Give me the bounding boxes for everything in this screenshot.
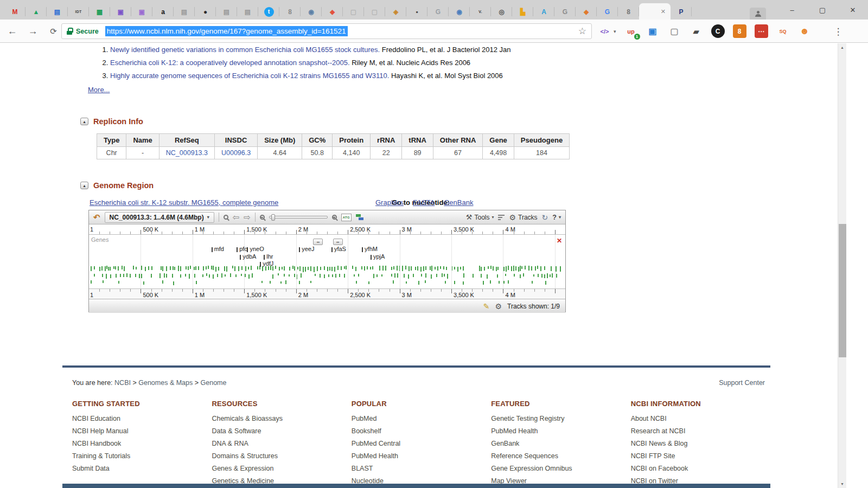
extension-gray-page-icon[interactable]: ▢ (668, 24, 681, 38)
reference-link[interactable]: Newly identified genetic variations in c… (110, 46, 380, 54)
vertical-scrollbar[interactable]: ▲ ▼ (838, 43, 846, 488)
gene-feature-yneO[interactable]: yneO (247, 246, 264, 252)
gene-feature-yfhM[interactable]: yfhM (362, 246, 378, 252)
extension-orange-eight-icon[interactable]: 8 (733, 24, 746, 38)
footer-link[interactable]: About NCBI (631, 415, 770, 422)
tab-a-blue[interactable]: A (533, 4, 554, 20)
reference-link[interactable]: Highly accurate genome sequences of Esch… (110, 72, 389, 80)
tab-sheets[interactable]: ▦ (89, 4, 110, 20)
minimize-button[interactable]: – (777, 0, 807, 20)
profile-button[interactable] (750, 8, 766, 20)
footer-link[interactable]: PubMed Health (352, 452, 491, 460)
gene-feature-yeeJ[interactable]: yeeJ (299, 246, 314, 252)
footer-link[interactable]: NCBI News & Blog (631, 440, 770, 447)
refresh-icon[interactable]: ↻ (542, 214, 548, 221)
tab-docs-blue[interactable]: ▤ (47, 4, 68, 20)
tab-gray-curl[interactable]: 8 (618, 4, 639, 20)
search-icon[interactable] (224, 215, 228, 220)
tab-close-icon[interactable]: ✕ (661, 8, 666, 15)
bookmark-star-icon[interactable]: ☆ (578, 25, 586, 37)
footer-link[interactable]: Reference Sequences (491, 452, 630, 460)
footer-link[interactable]: Research at NCBI (631, 427, 770, 435)
goto-link-graphics[interactable]: Graphics (375, 198, 404, 207)
footer-link[interactable]: Submit Data (72, 465, 212, 472)
pan-left-arrow-icon[interactable]: ⇦ (233, 213, 240, 221)
tab-doc-gray-3[interactable]: ▤ (237, 4, 258, 20)
goto-link-fasta[interactable]: FASTA (413, 198, 435, 207)
tab-p-site[interactable]: P (671, 4, 692, 20)
tab-gold-gem[interactable]: ◈ (385, 4, 406, 20)
gene-feature-lhr[interactable]: lhr (264, 253, 273, 260)
pan-right-arrow-icon[interactable]: ⇨ (244, 213, 251, 221)
tab-chart-gold[interactable]: ▙ (512, 4, 533, 20)
footer-link[interactable]: GenBank (491, 440, 630, 447)
tab-g-gray-2[interactable]: G (554, 4, 576, 20)
footer-link[interactable]: Genetic Testing Registry (491, 415, 630, 422)
tab-gmail[interactable]: M (4, 4, 25, 20)
tab-active[interactable]: ✕ (639, 3, 671, 20)
footer-link[interactable]: NCBI Help Manual (72, 427, 212, 435)
back-button[interactable]: ← (5, 24, 20, 38)
collapse-replicon-button[interactable]: ▴ (80, 118, 88, 125)
tab-red-gem[interactable]: ◆ (322, 4, 343, 20)
gene-feature-pfo[interactable]: pfo (237, 246, 247, 252)
tab-compass-blue[interactable]: ◉ (449, 4, 470, 20)
extension-seoquake-icon[interactable]: SQ (776, 24, 790, 38)
address-bar[interactable]: Secure https://www.ncbi.nlm.nih.gov/geno… (61, 23, 592, 39)
extension-red-dots-icon[interactable]: ⋯ (755, 24, 768, 38)
reference-link[interactable]: Escherichia coli K-12: a cooperatively d… (110, 59, 350, 67)
footer-link[interactable]: NCBI FTP Site (631, 452, 770, 460)
sequence-letters-icon[interactable]: ATG (341, 214, 352, 221)
tab-doc-light-2[interactable]: ▢ (364, 4, 385, 20)
footer-link[interactable]: PubMed Central (352, 440, 491, 447)
tools-menu-button[interactable]: ⚒ Tools ▾ (466, 214, 494, 221)
tab-drive[interactable]: ▲ (25, 4, 47, 20)
tab-doc-gray[interactable]: ▤ (174, 4, 195, 20)
zoom-in-icon[interactable] (332, 215, 337, 220)
extension-orange-monster-icon[interactable]: ☻ (798, 24, 812, 38)
extension-pdf-dark-icon[interactable]: ▰ (690, 24, 703, 38)
gene-feature-mfd[interactable]: mfd (212, 246, 224, 252)
footer-link[interactable]: Data & Software (212, 427, 351, 435)
zoom-slider-thumb[interactable] (271, 214, 275, 221)
scrollbar-down-arrow[interactable]: ▼ (838, 480, 846, 488)
tab-v-site[interactable]: V. (470, 4, 491, 20)
tab-twitter[interactable]: t (258, 4, 279, 20)
extension-blue-grid-icon[interactable]: ▣ (646, 24, 660, 38)
tab-doc-light[interactable]: ▢ (343, 4, 364, 20)
footer-link[interactable]: NCBI Handbook (72, 440, 212, 447)
range-selector-button[interactable]: NC_000913.3: 1..4.6M (4.6Mbp) ▾ (105, 212, 214, 223)
footer-link[interactable]: NCBI on Facebook (631, 465, 770, 472)
table-link[interactable]: NC_000913.3 (166, 149, 208, 157)
collapse-genome-region-button[interactable]: ▴ (80, 182, 88, 189)
tab-target[interactable]: ◎ (491, 4, 512, 20)
tracks-button[interactable]: ⚙ Tracks (509, 214, 537, 221)
support-center-link[interactable]: Support Center (719, 379, 770, 387)
undo-icon[interactable]: ↶ (93, 213, 100, 221)
marker-pen-icon[interactable]: ✎ (483, 302, 490, 311)
sequence-link[interactable]: Escherichia coli str. K-12 substr. MG165… (90, 198, 278, 207)
filter-icon[interactable] (498, 215, 505, 220)
breadcrumb-link-3[interactable]: Genome (201, 379, 227, 387)
tab-dark-square[interactable]: ▪ (406, 4, 427, 20)
footer-link[interactable]: NCBI Education (72, 415, 212, 422)
extension-up-red-icon[interactable]: up1 (624, 24, 638, 38)
more-link[interactable]: More... (88, 86, 110, 94)
footer-link[interactable]: Genes & Expression (212, 465, 351, 472)
url-text[interactable]: https://www.ncbi.nlm.nih.gov/genome/167?… (105, 26, 348, 36)
extension-caret-icon[interactable]: ▾ (614, 29, 616, 34)
goto-link-genbank[interactable]: GenBank (444, 198, 473, 207)
gene-feature-yfaS[interactable]: yfaS (331, 246, 346, 252)
close-button[interactable]: ✕ (838, 0, 868, 20)
breadcrumb-link-1[interactable]: NCBI (114, 379, 131, 387)
tab-idt[interactable]: IDT (68, 4, 89, 20)
tab-compass[interactable]: ◉ (301, 4, 322, 20)
maximize-button[interactable]: ▢ (807, 0, 838, 20)
tab-gray-eight[interactable]: 8 (279, 4, 301, 20)
breadcrumb-link-2[interactable]: Genomes & Maps (138, 379, 193, 387)
tab-black-circle[interactable]: ● (195, 4, 216, 20)
footer-link[interactable]: DNA & RNA (212, 440, 351, 447)
gene-feature-ydbA[interactable]: ydbA (240, 253, 256, 260)
help-button[interactable]: ? ▾ (552, 214, 561, 221)
table-link[interactable]: U00096.3 (221, 149, 251, 157)
